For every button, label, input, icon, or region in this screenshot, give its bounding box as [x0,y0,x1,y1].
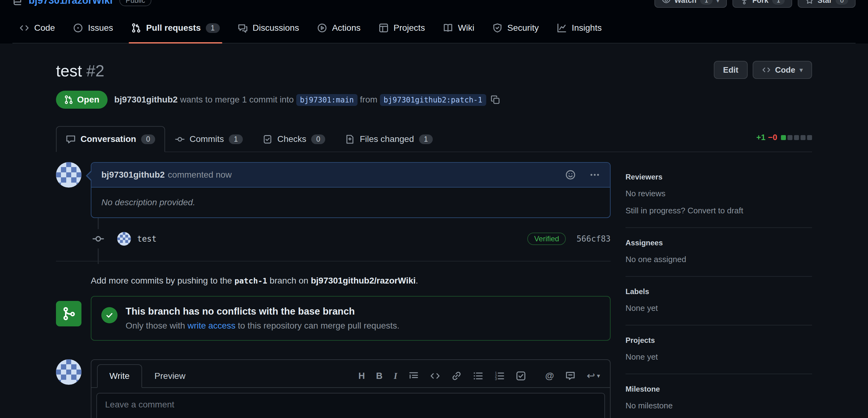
editor-body [91,388,610,418]
tab-label: Conversation [81,134,136,144]
fork-button[interactable]: Fork 1 [733,0,792,8]
sidebar-section-title: Reviewers [625,173,812,181]
ordered-list-icon[interactable]: 123 [494,371,504,381]
github-pr-page: bj97301/razorWiki Public Watch 1 ▾ Fork … [0,0,868,418]
nav-tab-projects[interactable]: Projects [372,13,432,43]
code-button-label: Code [775,65,795,75]
nav-tab-label: Actions [332,23,361,33]
kebab-menu-icon[interactable] [589,170,600,180]
nav-tab-label: Issues [88,23,113,33]
diffstat-block [781,135,786,140]
tab-preview[interactable]: Preview [142,364,198,388]
nav-tab-code[interactable]: Code [12,13,62,43]
repo-strong: bj97301github2/razorWiki [311,276,416,285]
fork-count: 1 [772,0,785,5]
repo-nav: Code Issues Pull requests 1 Discussions … [12,10,856,43]
merge-status-section: This branch has no conflicts with the ba… [56,296,611,341]
book-icon [443,23,453,33]
sidebar-section-assignees[interactable]: Assignees No one assigned [625,228,812,277]
push-note-text: Add more commits by pushing to the [91,276,235,285]
watch-button[interactable]: Watch 1 ▾ [654,0,727,8]
nav-tab-security[interactable]: Security [486,13,546,43]
tab-conversation[interactable]: Conversation 0 [56,126,165,152]
sentence-mid: wants to merge 1 commit into [178,95,296,104]
star-label: Star [818,0,832,5]
quote-icon[interactable] [408,371,419,381]
repo-header: bj97301/razorWiki Public Watch 1 ▾ Fork … [0,0,868,43]
copy-icon [491,95,500,104]
diffstat-block [807,135,812,140]
merge-sub-text: to this repository can merge pull reques… [235,321,400,330]
sidebar-section-milestone[interactable]: Milestone No milestone [625,374,812,418]
tab-count: 0 [311,135,325,144]
nav-tab-actions[interactable]: Actions [310,13,368,43]
watch-label: Watch [674,0,696,5]
code-icon[interactable] [430,371,440,381]
tab-write[interactable]: Write [97,364,142,388]
commit-author-avatar[interactable] [117,232,131,246]
heading-icon[interactable]: H [359,371,365,381]
head-branch-chip[interactable]: bj97301github2:patch-1 [380,94,486,106]
base-branch-chip[interactable]: bj97301:main [296,94,358,106]
verified-badge[interactable]: Verified [527,233,566,245]
nav-tab-label: Wiki [458,23,474,33]
commit-message-link[interactable]: test [137,234,157,243]
comment-input[interactable] [96,393,605,418]
merge-status-subtitle: Only those with write access to this rep… [126,321,400,331]
sidebar-section-value: No one assigned [625,255,812,264]
pr-merge-sentence: bj97301github2 wants to merge 1 commit i… [115,95,500,105]
mention-icon[interactable]: @ [545,371,554,381]
italic-icon[interactable]: I [394,371,397,381]
star-button[interactable]: Star 0 [798,0,856,8]
nav-tab-discussions[interactable]: Discussions [231,13,306,43]
repo-name-link[interactable]: bj97301/razorWiki [29,0,113,6]
commit-sha-link[interactable]: 566cf83 [577,234,611,243]
unordered-list-icon[interactable] [473,371,483,381]
code-dropdown-button[interactable]: Code ▾ [753,61,812,79]
bold-icon[interactable]: B [376,371,383,381]
star-icon [805,0,814,5]
nav-tab-label: Projects [394,23,425,33]
tab-commits[interactable]: Commits 1 [165,126,253,152]
nav-tab-pull-requests[interactable]: Pull requests 1 [124,13,227,43]
repo-title-row: bj97301/razorWiki Public Watch 1 ▾ Fork … [12,0,856,10]
nav-tab-insights[interactable]: Insights [550,13,609,43]
tab-files-changed[interactable]: Files changed 1 [335,126,443,152]
comment-timestamp: commented now [168,170,231,180]
push-note-text: branch on [267,276,311,285]
comment-box: bj97301github2 commented now No descript… [91,162,611,218]
pr-actions: Edit Code ▾ [714,61,812,79]
pr-author[interactable]: bj97301github2 [115,95,178,104]
write-access-link[interactable]: write access [187,321,235,330]
chevron-down-icon: ▾ [800,66,803,74]
reply-icon[interactable]: ↩▾ [587,371,600,381]
link-icon[interactable] [452,371,462,381]
edit-button[interactable]: Edit [714,61,748,79]
convert-to-draft-text[interactable]: Still in progress? Convert to draft [625,206,812,215]
git-pull-request-icon [64,95,73,104]
merge-status-title: This branch has no conflicts with the ba… [126,306,400,317]
pr-state-label: Open [77,95,99,105]
tab-label: Files changed [360,134,414,144]
tab-checks[interactable]: Checks 0 [253,126,335,152]
copy-branch-button[interactable] [491,95,500,104]
commit-row: test Verified 566cf83 [56,229,611,248]
nav-tab-wiki[interactable]: Wiki [436,13,481,43]
sidebar-section-projects[interactable]: Projects None yet [625,325,812,374]
comment-author[interactable]: bj97301github2 [101,170,165,180]
table-icon [379,23,389,33]
nav-tab-label: Discussions [253,23,299,33]
cross-reference-icon[interactable] [565,371,576,381]
avatar[interactable] [56,162,82,187]
comment-discussion-icon [66,135,75,144]
sidebar-section-reviewers[interactable]: Reviewers No reviews Still in progress? … [625,162,812,228]
smiley-icon[interactable] [565,170,576,180]
tab-label: Commits [190,134,224,144]
sidebar-section-labels[interactable]: Labels None yet [625,277,812,325]
code-icon [19,23,29,33]
sidebar-section-title: Projects [625,336,812,345]
new-comment-section: Write Preview H B I 123 [56,359,611,418]
comment-header-actions [565,170,600,180]
nav-tab-issues[interactable]: Issues [66,13,120,43]
tasklist-icon[interactable] [516,371,526,381]
